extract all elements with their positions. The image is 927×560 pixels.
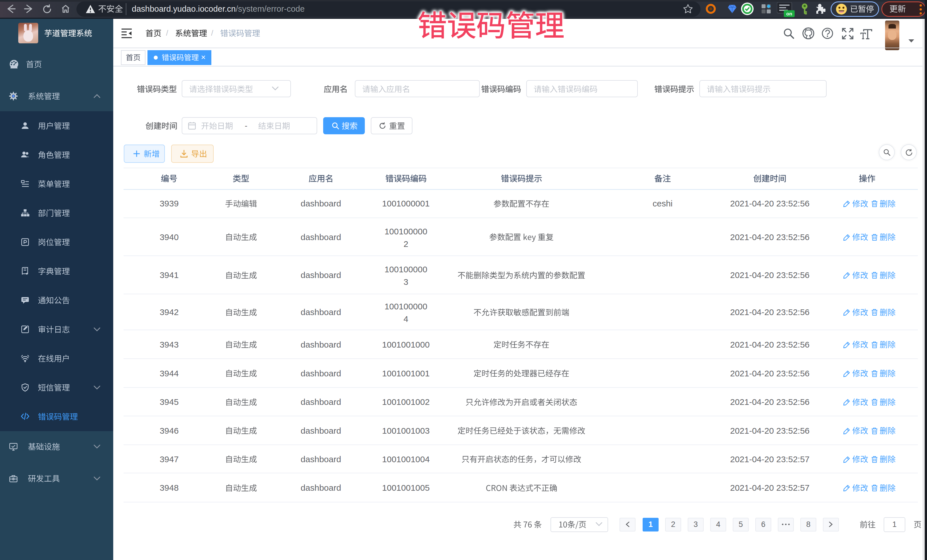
svg-text:on: on [786, 11, 792, 17]
